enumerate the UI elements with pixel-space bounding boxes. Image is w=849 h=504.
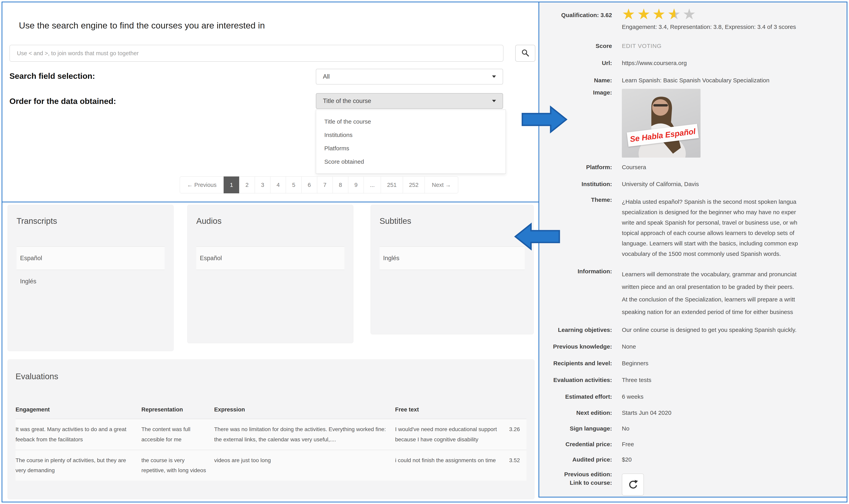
order-menu-item[interactable]: Title of the course (316, 115, 506, 128)
pagination-page[interactable]: 4 (270, 177, 286, 193)
pagination-page[interactable]: 2 (239, 177, 255, 193)
edit-voting-link[interactable]: EDIT VOTING (622, 43, 662, 49)
pagination-page[interactable]: 251 (381, 177, 403, 193)
subscores-text: Engagement: 3.4, Representation: 3.8, Ex… (622, 23, 796, 30)
star-empty-icon: ★ (682, 6, 698, 22)
column-header: Free text (395, 406, 501, 413)
information-label: Information: (541, 268, 612, 275)
star-rating: ★★★★★★ (622, 8, 698, 20)
next-edition-label: Next edition: (541, 410, 612, 416)
link-to-course-button[interactable] (622, 473, 644, 496)
sign-language-label: Sign language: (541, 425, 612, 432)
order-menu-item[interactable]: Institutions (316, 128, 506, 142)
evaluations-table-header: Engagement Representation Expression Fre… (16, 406, 526, 419)
detail-text-line: ¿Habla usted español? Spanish is the sec… (622, 197, 798, 207)
pagination-page[interactable]: 1 (224, 177, 239, 193)
star-icon: ★ (637, 6, 652, 22)
detail-text-line: vocabulary of the 1500 most commonly use… (622, 249, 798, 259)
search-field-select[interactable]: All (316, 69, 503, 85)
pagination-page[interactable]: 3 (255, 177, 271, 193)
language-list-item[interactable]: Inglés (380, 247, 525, 270)
pagination-page[interactable]: 7 (317, 177, 333, 193)
transcripts-list: EspañolInglés (17, 247, 164, 293)
column-header (509, 406, 526, 413)
score-label: Score (541, 43, 612, 49)
order-select[interactable]: Title of the course (316, 93, 503, 109)
pagination-page[interactable]: 252 (403, 177, 425, 193)
language-list-item[interactable]: Español (196, 247, 344, 270)
pagination-page[interactable]: 5 (286, 177, 301, 193)
theme-label: Theme: (541, 197, 612, 203)
evaluation-activities-label: Evaluation activities: (541, 377, 612, 383)
course-detail-panel: Qualification: 3.62 ★★★★★★ Engagement: 3… (538, 2, 847, 498)
detail-text-line: specialization is designed for the begin… (622, 207, 798, 217)
url-label: Url: (541, 60, 612, 67)
audios-card: Audios Español (187, 205, 353, 343)
evaluation-cell-representation: The content was full accesible for me (141, 424, 206, 445)
detail-text-line: written piece and an oral presentation t… (622, 281, 797, 293)
audited-price-label: Audited price: (541, 456, 612, 463)
evaluation-activities-value: Three tests (622, 377, 651, 383)
evaluations-table-body: It was great. Many activities to do and … (16, 419, 526, 481)
evaluation-cell-expression: videos are just too long (214, 455, 387, 476)
link-to-course-label: Link to course: (541, 480, 612, 486)
previous-knowledge-label: Previous knowledge: (541, 343, 612, 350)
pagination-page[interactable]: 6 (301, 177, 317, 193)
evaluation-cell-score: 3.26 (509, 424, 526, 445)
detail-text-line: Learners will demonstrate the vocabulary… (622, 268, 797, 281)
course-image: Se Habla Español (622, 89, 700, 158)
evaluation-cell-free-text: i could not finish the assignments on ti… (395, 455, 501, 476)
person-illustration (622, 89, 700, 158)
platform-value: Coursera (622, 164, 646, 170)
column-header: Expression (214, 406, 387, 413)
language-list-item[interactable]: Inglés (17, 270, 164, 293)
star-icon: ★ (652, 6, 667, 22)
qualification-label: Qualification: 3.62 (541, 12, 612, 18)
pagination-previous[interactable]: ← Previous (180, 177, 224, 193)
detail-text-line: language. Learners will start with the b… (622, 238, 798, 249)
pagination-next[interactable]: Next → (424, 177, 458, 193)
credential-price-value: Free (622, 441, 634, 448)
detail-text-line: topical approach of each course allows l… (622, 228, 798, 238)
learning-objectives-value: Our online course is designed to get you… (622, 327, 797, 333)
previous-edition-label: Previous edition: (541, 471, 612, 478)
next-edition-value: Starts Jun 04 2020 (622, 410, 671, 416)
order-dropdown-menu: Title of the courseInstitutionsPlatforms… (316, 110, 506, 174)
evaluations-title: Evaluations (16, 372, 526, 381)
theme-text: ¿Habla usted español? Spanish is the sec… (622, 197, 798, 259)
evaluation-cell-engagement: It was great. Many activities to do and … (16, 424, 134, 445)
search-panel: Use the search engine to find the course… (2, 2, 539, 202)
audited-price-value: $20 (622, 456, 632, 463)
evaluation-cell-expression: There was no limitation for doing the ac… (214, 424, 387, 445)
order-select-value: Title of the course (323, 97, 492, 105)
pagination: ← Previous123456789...251252Next → (180, 177, 458, 193)
column-header: Representation (141, 406, 206, 413)
estimated-effort-label: Estimated effort: (541, 393, 612, 400)
pagination-page[interactable]: 9 (348, 177, 364, 193)
page-title: Use the search engine to find the course… (19, 20, 265, 31)
recipients-level-label: Recipients and level: (541, 360, 612, 367)
image-label: Image: (541, 89, 612, 96)
detail-text-line: write and speak Spanish for personal, tr… (622, 217, 798, 228)
order-menu-item[interactable]: Score obtained (316, 155, 506, 168)
chevron-down-icon (492, 100, 496, 102)
search-input[interactable] (10, 45, 503, 62)
evaluation-cell-free-text: I would've need more educational support… (395, 424, 501, 445)
arrow-right-connector (522, 105, 568, 134)
language-and-evaluations-section: Transcripts EspañolInglés Audios Español… (2, 203, 538, 501)
language-list-item[interactable]: Español (17, 247, 164, 270)
open-course-icon (627, 479, 638, 490)
search-button[interactable] (515, 45, 535, 62)
recipients-level-value: Beginners (622, 360, 648, 367)
estimated-effort-value: 6 weeks (622, 393, 643, 400)
institution-label: Institution: (541, 181, 612, 187)
evaluation-cell-score: 3.52 (509, 455, 526, 476)
order-menu-item[interactable]: Platforms (316, 142, 506, 155)
subtitles-title: Subtitles (380, 216, 525, 226)
subtitles-card: Subtitles Inglés (370, 205, 534, 335)
information-text: Learners will demonstrate the vocabulary… (622, 268, 797, 318)
pagination-ellipsis: ... (364, 177, 381, 193)
pagination-page[interactable]: 8 (332, 177, 348, 193)
name-value: Learn Spanish: Basic Spanish Vocabulary … (622, 77, 769, 84)
url-value[interactable]: https://www.coursera.org (622, 60, 687, 67)
